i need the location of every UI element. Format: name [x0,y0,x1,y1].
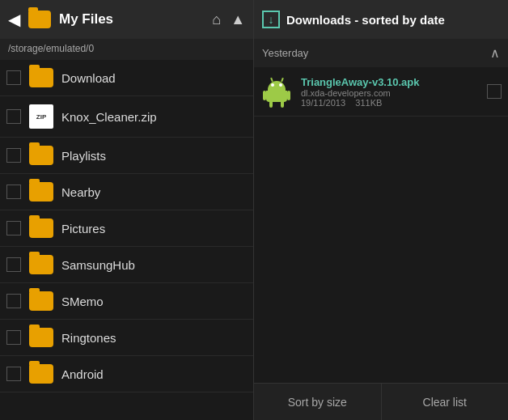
file-list: Download ZIP Knox_Cleaner.zip Playlists … [0,60,253,420]
checkbox[interactable] [6,185,21,199]
checkbox[interactable] [6,70,21,85]
sort-by-size-button[interactable]: Sort by size [254,384,382,420]
apk-icon [260,75,293,108]
download-source: dl.xda-developers.com [301,88,479,98]
download-meta: 19/11/2013 311KB [301,98,479,108]
list-item[interactable]: Nearby [0,174,253,210]
path-bar: /storage/emulated/0 [0,39,253,60]
folder-icon [29,182,53,202]
my-files-folder-icon [28,11,51,28]
left-title: My Files [59,11,204,28]
download-info: TriangleAway-v3.10.apk dl.xda-developers… [301,76,479,108]
folder-icon [29,364,53,384]
download-checkbox[interactable] [487,84,502,99]
left-panel: ◀ My Files ⌂ ▲ /storage/emulated/0 Downl… [0,0,254,420]
checkbox[interactable] [6,148,21,163]
list-item[interactable]: Playlists [0,138,253,174]
checkbox[interactable] [6,330,21,345]
zip-icon: ZIP [29,104,53,129]
file-name: Download [61,71,116,85]
right-header: ↓ Downloads - sorted by date [254,0,508,39]
file-name: SMemo [61,295,104,308]
folder-icon [29,68,53,87]
collapse-icon[interactable]: ∧ [490,45,500,61]
arrow-down-icon: ↓ [269,14,274,25]
folder-icon [29,146,53,165]
file-name: Playlists [61,149,106,163]
download-filename: TriangleAway-v3.10.apk [301,76,479,88]
list-item[interactable]: Ringtones [0,320,253,356]
file-name: Android [61,367,104,381]
left-header: ◀ My Files ⌂ ▲ [0,0,253,39]
folder-icon [29,291,53,311]
file-name: SamsungHub [61,258,135,272]
checkbox[interactable] [6,221,21,235]
home-icon[interactable]: ⌂ [212,11,221,28]
back-icon[interactable]: ◀ [8,10,20,29]
upload-icon[interactable]: ▲ [231,11,245,28]
downloads-content: Yesterday ∧ TriangleAway-v3.10.apk dl.xd [254,39,508,383]
download-size: 311KB [355,98,382,108]
right-footer: Sort by size Clear list [254,383,508,420]
checkbox[interactable] [6,109,21,124]
file-name: Pictures [61,222,105,235]
folder-icon [29,328,53,347]
file-name: Knox_Cleaner.zip [61,110,157,124]
checkbox[interactable] [6,257,21,272]
date-label: Yesterday [262,47,308,59]
folder-icon [29,255,53,274]
folder-icon [29,218,53,238]
file-name: Nearby [61,185,100,199]
list-item[interactable]: SamsungHub [0,247,253,283]
right-title: Downloads - sorted by date [286,13,445,27]
clear-list-button[interactable]: Clear list [382,384,509,420]
list-item[interactable]: Download [0,60,253,96]
download-date: 19/11/2013 [301,98,345,108]
right-panel: ↓ Downloads - sorted by date Yesterday ∧ [254,0,508,420]
list-item[interactable]: SMemo [0,283,253,320]
date-section-header[interactable]: Yesterday ∧ [254,39,508,67]
file-name: Ringtones [61,331,116,345]
checkbox[interactable] [6,367,21,381]
list-item[interactable]: Android [0,356,253,392]
download-indicator-icon: ↓ [262,11,280,28]
list-item[interactable]: Pictures [0,210,253,247]
header-actions: ⌂ ▲ [212,11,245,28]
android-robot-icon [263,78,290,105]
checkbox[interactable] [6,294,21,308]
download-item[interactable]: TriangleAway-v3.10.apk dl.xda-developers… [254,67,508,117]
list-item[interactable]: ZIP Knox_Cleaner.zip [0,96,253,138]
